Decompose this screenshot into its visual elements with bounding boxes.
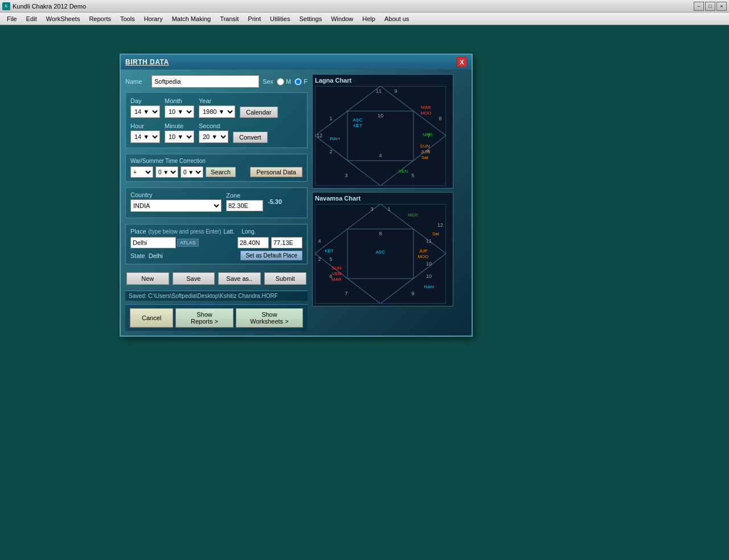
svg-text:2: 2 bbox=[318, 256, 321, 262]
sex-female-radio[interactable] bbox=[294, 78, 302, 85]
main-background: BIRTH DATA X Name Sex M bbox=[0, 25, 729, 560]
menu-aboutus[interactable]: About us bbox=[380, 14, 413, 23]
time-row: Hour 14 ▼ Minute 10 ▼ Second bbox=[130, 122, 302, 143]
svg-text:11: 11 bbox=[426, 238, 432, 244]
svg-text:RAH: RAH bbox=[330, 136, 340, 141]
svg-text:JUP: JUP bbox=[419, 248, 427, 254]
status-text: Saved: C:\Users\Softpedia\Desktop\Kshiti… bbox=[129, 293, 278, 299]
sex-male-radio[interactable] bbox=[277, 78, 284, 85]
menu-bar: File Edit WorkSheets Reports Tools Horar… bbox=[0, 13, 729, 25]
latt-label: Latt. bbox=[223, 228, 239, 235]
latt-input[interactable] bbox=[237, 237, 269, 248]
menu-tools[interactable]: Tools bbox=[116, 14, 140, 23]
menu-edit[interactable]: Edit bbox=[22, 14, 42, 23]
country-select[interactable]: INDIA bbox=[130, 199, 222, 212]
dialog-close-button[interactable]: X bbox=[457, 57, 467, 67]
menu-reports[interactable]: Reports bbox=[84, 14, 116, 23]
navamsa-chart-container: Navamsa Chart bbox=[312, 192, 453, 306]
svg-text:Sat: Sat bbox=[421, 155, 429, 160]
svg-text:ASC: ASC bbox=[353, 117, 363, 122]
menu-utilities[interactable]: Utilities bbox=[265, 14, 294, 23]
show-worksheets-button[interactable]: Show Worksheets > bbox=[236, 308, 303, 328]
app-icon: K bbox=[2, 2, 10, 10]
year-select[interactable]: 1980 ▼ bbox=[199, 105, 235, 118]
sex-female-option[interactable]: F bbox=[294, 78, 308, 85]
menu-transit[interactable]: Transit bbox=[215, 14, 243, 23]
navamsa-chart-svg: 3 1 4 12 5 11 10 6 10 7 9 2 8 bbox=[315, 204, 446, 304]
minute-group: Minute 10 ▼ bbox=[165, 122, 194, 143]
war-val1-select[interactable]: 0 ▼ bbox=[155, 166, 178, 178]
svg-text:12: 12 bbox=[437, 222, 443, 228]
svg-text:MAR: MAR bbox=[331, 277, 342, 282]
long-input[interactable] bbox=[271, 237, 302, 248]
menu-print[interactable]: Print bbox=[243, 14, 265, 23]
menu-settings[interactable]: Settings bbox=[294, 14, 326, 23]
minimize-button[interactable]: − bbox=[694, 2, 704, 11]
charts-panel: Lagna Chart bbox=[312, 74, 453, 331]
submit-button[interactable]: Submit bbox=[264, 272, 307, 285]
zone-input[interactable] bbox=[226, 200, 263, 211]
new-button[interactable]: New bbox=[126, 272, 169, 285]
svg-text:MOO: MOO bbox=[417, 254, 428, 259]
svg-text:KET: KET bbox=[353, 123, 362, 128]
menu-worksheets[interactable]: WorkSheets bbox=[42, 14, 85, 23]
dialog-body: Name Sex M F bbox=[121, 70, 472, 336]
menu-file[interactable]: File bbox=[2, 14, 22, 23]
place-label: Place bbox=[130, 228, 146, 235]
maximize-button[interactable]: □ bbox=[705, 2, 715, 11]
month-group: Month 10 ▼ bbox=[165, 97, 194, 118]
month-select[interactable]: 10 ▼ bbox=[165, 105, 194, 118]
title-bar: K Kundli Chakra 2012 Demo − □ × bbox=[0, 0, 729, 13]
war-val2-select[interactable]: 0 ▼ bbox=[181, 166, 203, 178]
place-hint: (type below and press Enter) bbox=[149, 228, 222, 235]
war-sign-select[interactable]: + - bbox=[130, 166, 153, 178]
cancel-button[interactable]: Cancel bbox=[130, 308, 173, 328]
save-button[interactable]: Save bbox=[173, 272, 215, 285]
sex-male-label: M bbox=[286, 78, 291, 85]
svg-text:MOO: MOO bbox=[420, 111, 431, 116]
svg-text:VEN: VEN bbox=[399, 169, 408, 174]
latt-long-row: ATLAS bbox=[130, 237, 302, 248]
menu-matchmaking[interactable]: Match Making bbox=[167, 14, 215, 23]
dialog-title-bar: BIRTH DATA X bbox=[121, 55, 472, 70]
year-group: Year 1980 ▼ bbox=[199, 97, 235, 118]
svg-text:4: 4 bbox=[318, 238, 321, 244]
date-row: Day 14 ▼ Month 10 ▼ Year bbox=[130, 97, 302, 118]
title-bar-left: K Kundli Chakra 2012 Demo bbox=[2, 2, 86, 10]
hour-select[interactable]: 14 ▼ bbox=[130, 130, 160, 143]
hour-label: Hour bbox=[130, 122, 160, 129]
svg-text:7: 7 bbox=[345, 291, 347, 296]
zone-offset: -5.30 bbox=[268, 198, 282, 205]
state-row: State Delhi Set as Default Place bbox=[130, 251, 302, 260]
convert-button[interactable]: Convert bbox=[233, 132, 268, 143]
place-input[interactable] bbox=[130, 237, 176, 248]
day-select[interactable]: 14 ▼ bbox=[130, 105, 160, 118]
lagna-chart-container: Lagna Chart bbox=[312, 74, 453, 189]
year-label: Year bbox=[199, 97, 235, 104]
sex-male-option[interactable]: M bbox=[277, 78, 291, 85]
personal-data-button[interactable]: Personal Data bbox=[250, 167, 302, 177]
minute-select[interactable]: 10 ▼ bbox=[165, 130, 194, 143]
second-select[interactable]: 20 ▼ bbox=[199, 130, 228, 143]
second-group: Second 20 ▼ bbox=[199, 122, 228, 143]
country-row: Country INDIA Zone -5.30 bbox=[130, 191, 302, 212]
close-window-button[interactable]: × bbox=[716, 2, 727, 11]
svg-text:RAH: RAH bbox=[424, 284, 434, 289]
save-as-button[interactable]: Save as.. bbox=[218, 272, 261, 285]
calendar-button[interactable]: Calendar bbox=[240, 107, 278, 118]
lagna-chart-grid: 11 9 12 8 1 7 10 4 2 6 3 5 bbox=[315, 86, 446, 186]
menu-horary[interactable]: Horary bbox=[140, 14, 167, 23]
search-button[interactable]: Search bbox=[206, 167, 236, 177]
navamsa-chart-title: Navamsa Chart bbox=[315, 195, 450, 202]
svg-text:JUP: JUP bbox=[420, 149, 429, 154]
set-default-button[interactable]: Set as Default Place bbox=[240, 251, 302, 260]
svg-text:5: 5 bbox=[411, 173, 414, 178]
show-reports-button[interactable]: Show Reports > bbox=[175, 308, 234, 328]
menu-help[interactable]: Help bbox=[358, 14, 380, 23]
war-label: War/Summer Time Correction bbox=[130, 158, 302, 164]
menu-window[interactable]: Window bbox=[326, 14, 358, 23]
svg-text:2: 2 bbox=[329, 149, 332, 154]
name-input[interactable] bbox=[151, 75, 259, 88]
svg-text:VEN: VEN bbox=[332, 271, 342, 276]
month-label: Month bbox=[165, 97, 194, 104]
